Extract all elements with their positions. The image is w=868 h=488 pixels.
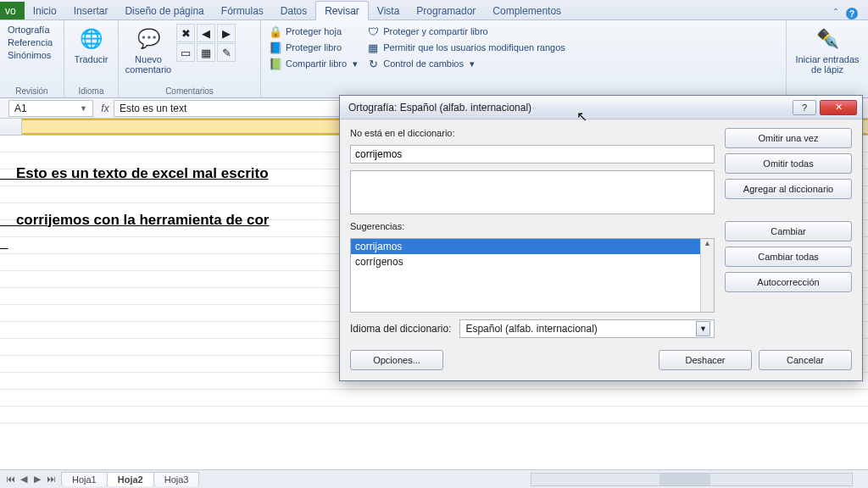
add-to-dict-button[interactable]: Agregar al diccionario [725,179,852,199]
tab-revisar[interactable]: Revisar [315,1,369,20]
group-label-idioma: Idioma [70,85,113,97]
allow-ranges-button[interactable]: ▦Permitir que los usuarios modifiquen ra… [364,40,568,55]
tab-programador[interactable]: Programador [408,2,484,19]
tab-inicio[interactable]: Inicio [25,2,65,19]
not-in-dict-label: No está en el diccionario: [350,128,715,138]
delete-comment-button[interactable]: ✖ [176,24,195,42]
cancel-button[interactable]: Cancelar [759,350,852,370]
protect-sheet-button[interactable]: 🔒Proteger hoja [266,24,360,39]
track-icon: ↻ [366,57,380,70]
tab-vista[interactable]: Vista [369,2,408,19]
options-button[interactable]: Opciones... [350,350,443,370]
cell-reference: A1 [14,103,27,114]
translate-button[interactable]: 🌐 Traducir [70,24,113,66]
tab-datos[interactable]: Datos [272,2,315,19]
tab-diseno[interactable]: Diseño de página [116,2,212,19]
ribbon-help-area: ˆ ? [834,8,868,19]
show-ink-button[interactable]: ✎ [217,43,236,62]
group-label-revision: Revisión [5,85,58,97]
dict-language-label: Idioma del diccionario: [350,323,451,335]
ribbon-tabs: vo Inicio Insertar Diseño de página Fórm… [0,0,868,20]
change-all-button[interactable]: Cambiar todas [725,247,852,267]
not-in-dict-input[interactable] [350,145,715,164]
ignore-all-button[interactable]: Omitir todas [725,153,852,174]
ignore-once-button[interactable]: Omitir una vez [725,128,852,148]
context-pane [350,170,715,214]
group-ink: ✒️ Iniciar entradas de lápiz [787,20,868,97]
group-cambios: 🔒Proteger hoja 📘Proteger libro 📗Comparti… [261,20,787,97]
name-box-dropdown-icon[interactable]: ▼ [80,104,87,113]
undo-button[interactable]: Deshacer [659,350,752,370]
select-all-corner[interactable] [0,119,22,135]
autocorrect-button[interactable]: Autocorrección [725,272,852,292]
sheet-nav-arrows[interactable]: ⏮ ◀ ▶ ⏭ [0,474,61,485]
prev-sheet-icon[interactable]: ◀ [17,474,31,485]
tab-complementos[interactable]: Complementos [484,2,570,19]
lock-icon: 🔒 [269,25,282,38]
protect-book-button[interactable]: 📘Proteger libro [266,40,360,55]
ribbon: Ortografía Referencia Sinónimos Revisión… [0,20,868,98]
sheet-tab-hoja1[interactable]: Hoja1 [61,472,108,486]
new-comment-button[interactable]: 💬 Nuevo comentario [124,24,173,76]
research-button[interactable]: Referencia [5,36,55,48]
show-comment-button[interactable]: ▭ [176,43,195,62]
prev-comment-button[interactable]: ◀ [197,24,215,42]
suggestion-item[interactable]: corrijamos [351,239,714,254]
next-comment-button[interactable]: ▶ [217,24,236,42]
tab-file[interactable]: vo [0,2,25,19]
help-icon[interactable]: ? [846,8,858,19]
change-button[interactable]: Cambiar [725,221,852,241]
tab-formulas[interactable]: Fórmulas [213,2,272,19]
pen-icon: ✒️ [814,25,841,53]
dialog-titlebar[interactable]: Ortografía: Español (alfab. internaciona… [340,96,862,119]
last-sheet-icon[interactable]: ⏭ [44,474,58,485]
fx-icon[interactable]: fx [97,103,114,114]
dialog-close-button[interactable]: ✕ [820,100,857,115]
protect-share-button[interactable]: 🛡Proteger y compartir libro [364,24,568,39]
next-sheet-icon[interactable]: ▶ [31,474,44,485]
dict-language-combo[interactable]: Español (alfab. internacional) ▼ [459,319,715,338]
new-comment-icon: 💬 [135,25,162,53]
cell-a1-content: Esto es un texto de excel mal escrito co… [0,139,269,254]
minimize-ribbon-icon[interactable]: ˆ [834,8,837,19]
book-lock-icon: 📘 [269,41,282,54]
show-all-comments-button[interactable]: ▦ [197,43,215,62]
group-comentarios: 💬 Nuevo comentario ✖ ◀ ▶ ▭ ▦ ✎ Comentari… [119,20,261,97]
first-sheet-icon[interactable]: ⏮ [3,474,17,485]
ranges-icon: ▦ [366,41,380,54]
spelling-button[interactable]: Ortografía [5,24,55,36]
suggestions-label: Sugerencias: [350,221,715,231]
name-box[interactable]: A1 ▼ [8,100,93,117]
dialog-title: Ortografía: Español (alfab. internaciona… [348,102,531,114]
dialog-help-button[interactable]: ? [793,100,816,115]
thesaurus-button[interactable]: Sinónimos [5,49,55,61]
combo-dropdown-icon[interactable]: ▼ [696,321,710,336]
protect-share-icon: 🛡 [366,25,380,38]
translate-icon: 🌐 [78,25,105,53]
start-ink-button[interactable]: ✒️ Iniciar entradas de lápiz [792,24,863,76]
list-scrollbar[interactable]: ▲ [700,239,714,312]
sheet-tabs-bar: ⏮ ◀ ▶ ⏭ Hoja1 Hoja2 Hoja3 [0,469,868,488]
spelling-dialog: Ortografía: Español (alfab. internaciona… [339,95,863,381]
sheet-tab-hoja2[interactable]: Hoja2 [107,472,154,486]
sheet-tab-hoja3[interactable]: Hoja3 [153,472,200,486]
share-icon: 📗 [269,57,282,70]
horizontal-scrollbar[interactable] [531,473,853,486]
suggestion-item[interactable]: corrígenos [351,254,714,269]
share-book-button[interactable]: 📗Compartir libro ▾ [266,56,360,71]
track-changes-button[interactable]: ↻Control de cambios ▾ [364,56,568,71]
suggestions-list[interactable]: corrijamos corrígenos ▲ [350,238,715,313]
group-idioma: 🌐 Traducir Idioma [64,20,119,97]
tab-insertar[interactable]: Insertar [65,2,117,19]
group-label-comentarios: Comentarios [124,85,255,97]
group-revision: Ortografía Referencia Sinónimos Revisión [0,20,64,97]
